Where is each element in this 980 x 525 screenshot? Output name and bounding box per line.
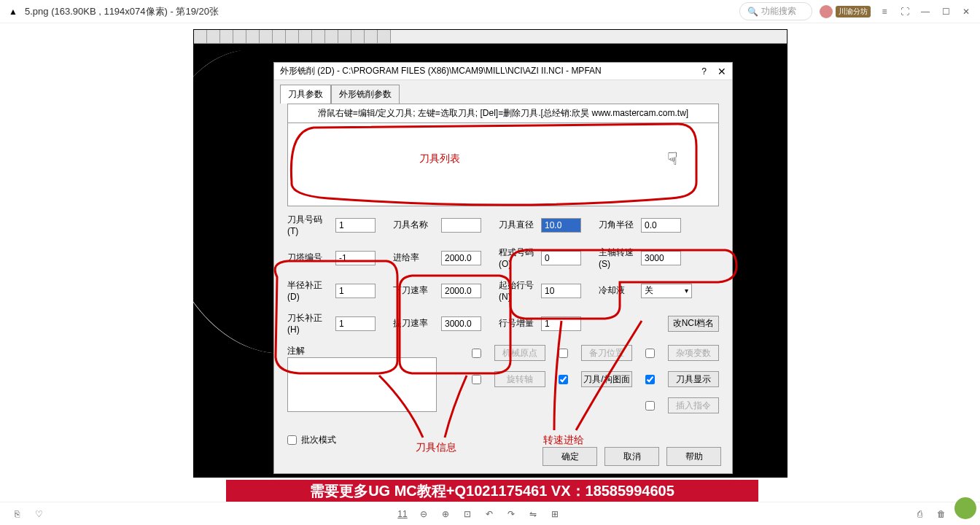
dialog-titlebar: 外形铣削 (2D) - C:\PROGRAM FILES (X86)\MCAM9… xyxy=(274,63,732,80)
lbl-spindle: 主轴转速(S) xyxy=(599,246,637,269)
tb-icon[interactable] xyxy=(299,30,312,43)
tb-icon[interactable] xyxy=(286,30,299,43)
btn-ok[interactable]: 确定 xyxy=(542,447,597,466)
lbl-prog: 程式号码(O) xyxy=(499,246,537,269)
btn-misc: 杂项变数 xyxy=(668,345,719,361)
inp-tool-dia[interactable] xyxy=(541,218,581,233)
delete-icon[interactable]: 🗑 xyxy=(936,508,947,520)
cad-toolbar xyxy=(194,30,787,43)
expand-icon[interactable]: ⛶ xyxy=(898,5,911,18)
tb-icon[interactable] xyxy=(365,30,378,43)
annotation-tool-list: 刀具列表 xyxy=(419,152,460,166)
inp-retract[interactable] xyxy=(441,316,481,331)
close-dialog-icon[interactable]: ✕ xyxy=(718,66,726,77)
lbl-batch: 批次模式 xyxy=(301,434,345,446)
user-badge: 川渝分坊 xyxy=(836,6,871,18)
sel-coolant[interactable]: 关 xyxy=(641,284,692,298)
export-icon[interactable]: ⎘ xyxy=(11,508,23,520)
inp-rad-comp[interactable] xyxy=(335,284,376,298)
page-number[interactable]: 11 xyxy=(397,509,407,519)
btn-help[interactable]: 帮助 xyxy=(666,447,721,466)
heart-icon[interactable]: ♡ xyxy=(33,508,44,520)
inp-tool-name[interactable] xyxy=(441,218,481,233)
close-icon[interactable]: ✕ xyxy=(960,5,973,18)
avatar[interactable] xyxy=(820,5,833,18)
rotate-left-icon[interactable]: ↶ xyxy=(483,508,495,520)
titlebar: ▲ 5.png (163.90KB , 1194x074像素) - 第19/20… xyxy=(0,0,980,23)
btn-disp[interactable]: 刀具显示 xyxy=(668,371,719,387)
tabs: 刀具参数 外形铣削参数 xyxy=(274,80,732,104)
lbl-feed: 进给率 xyxy=(393,252,437,264)
cb-rot[interactable] xyxy=(472,375,481,384)
rotate-right-icon[interactable]: ↷ xyxy=(505,508,517,520)
lbl-turret: 刀塔编号 xyxy=(287,252,331,264)
inp-plunge[interactable] xyxy=(441,284,481,298)
assist-button[interactable] xyxy=(954,497,976,519)
tb-icon[interactable] xyxy=(207,30,220,43)
textarea-comment[interactable] xyxy=(287,357,437,412)
lbl-plunge: 下刀速率 xyxy=(393,284,437,297)
tool-list[interactable]: 刀具列表 ☟ xyxy=(287,122,719,206)
cb-misc[interactable] xyxy=(645,349,655,358)
tb-icon[interactable] xyxy=(220,30,233,43)
tb-icon[interactable] xyxy=(273,30,286,43)
inp-len-comp[interactable] xyxy=(335,316,376,331)
dialog-buttons: 确定 取消 帮助 xyxy=(542,447,721,466)
hand-cursor-icon: ☟ xyxy=(667,149,678,169)
cb-ref[interactable] xyxy=(559,349,568,358)
flip-icon[interactable]: ⇋ xyxy=(527,508,539,520)
inp-corner-rad[interactable] xyxy=(641,218,681,233)
lbl-comment: 注解 xyxy=(287,345,331,357)
menu-icon[interactable]: ≡ xyxy=(878,5,891,18)
tb-icon[interactable] xyxy=(351,30,365,43)
fit-icon[interactable]: ⊡ xyxy=(462,508,473,520)
tab-tool-params[interactable]: 刀具参数 xyxy=(280,85,331,104)
inp-prog[interactable] xyxy=(541,251,581,265)
footer: ⎘ ♡ 11 ⊖ ⊕ ⊡ ↶ ↷ ⇋ ⊞ ⎙ 🗑 ⋯ xyxy=(0,502,980,525)
help-icon[interactable]: ? xyxy=(701,66,707,77)
inp-start[interactable] xyxy=(541,284,581,298)
lbl-corner-rad: 刀角半径 xyxy=(599,219,637,231)
tb-icon[interactable] xyxy=(325,30,338,43)
lbl-rad-comp: 半径补正(D) xyxy=(287,279,331,302)
tb-icon[interactable] xyxy=(194,30,207,43)
zoom-out-icon[interactable]: ⊖ xyxy=(418,508,429,520)
tb-icon[interactable] xyxy=(233,30,246,43)
inp-feed[interactable] xyxy=(441,251,481,265)
cb-plane[interactable] xyxy=(559,375,568,384)
inp-spindle[interactable] xyxy=(641,251,681,265)
inp-turret[interactable] xyxy=(335,251,376,265)
zoom-in-icon[interactable]: ⊕ xyxy=(440,508,451,520)
btn-nci[interactable]: 改NCI档名 xyxy=(668,316,719,332)
btn-cancel[interactable]: 取消 xyxy=(604,447,659,466)
inp-inc[interactable] xyxy=(541,316,581,331)
tb-icon[interactable] xyxy=(246,30,260,43)
annotation-tool-info: 刀具信息 xyxy=(416,441,456,454)
search-icon: 🔍 xyxy=(747,7,758,17)
btn-cmd: 插入指令 xyxy=(668,397,719,413)
hint-text: 滑鼠右键=编辑/定义刀具; 左键=选取刀具; [Del]=删除刀具.[总经销:欣… xyxy=(287,104,719,122)
cb-disp[interactable] xyxy=(645,375,655,384)
cb-batch[interactable] xyxy=(287,435,297,445)
window-title: 5.png (163.90KB , 1194x074像素) - 第19/20张 xyxy=(25,5,219,18)
print-icon[interactable]: ⎙ xyxy=(914,508,925,520)
grid-icon[interactable]: ⊞ xyxy=(549,508,561,520)
cb-cmd[interactable] xyxy=(645,401,655,411)
tb-icon[interactable] xyxy=(312,30,325,43)
tb-icon[interactable] xyxy=(260,30,273,43)
search-box[interactable]: 🔍 功能搜索 xyxy=(739,2,812,20)
minimize-icon[interactable]: — xyxy=(919,5,932,18)
cb-home[interactable] xyxy=(472,349,481,358)
lbl-tool-no: 刀具号码(T) xyxy=(287,214,331,236)
dialog-title: 外形铣削 (2D) - C:\PROGRAM FILES (X86)\MCAM9… xyxy=(280,65,602,77)
tb-icon[interactable] xyxy=(338,30,351,43)
btn-plane[interactable]: 刀具/构图面 xyxy=(581,371,632,387)
lbl-tool-name: 刀具名称 xyxy=(393,219,437,231)
maximize-icon[interactable]: ☐ xyxy=(939,5,952,18)
lbl-len-comp: 刀长补正(H) xyxy=(287,312,331,335)
app-logo-icon: ▲ xyxy=(7,6,19,18)
tb-icon[interactable] xyxy=(378,30,391,43)
annotation-speed-feed: 转速进给 xyxy=(543,434,584,447)
tab-contour-params[interactable]: 外形铣削参数 xyxy=(331,85,400,104)
inp-tool-no[interactable] xyxy=(335,218,376,233)
